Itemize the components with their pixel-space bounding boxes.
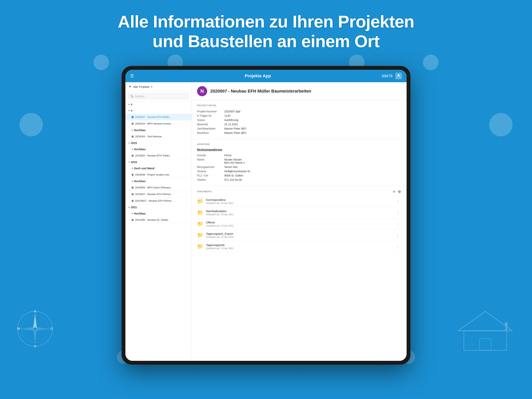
hero-line1: Alle Informationen zu Ihren Projekten	[0, 12, 532, 31]
menu-button[interactable]: ☰	[130, 73, 134, 78]
compass-icon: N S O W	[16, 309, 55, 348]
bezugsperson-value[interactable]: Simon Sen	[224, 165, 401, 169]
doc-add-button[interactable]: ⊕	[398, 189, 401, 194]
filter-label: Alle Projekte	[133, 85, 150, 89]
item-icon	[132, 116, 133, 118]
detail-row-baufuehrer: Bauführer Maurer Peter (BF)	[197, 131, 401, 135]
doc-item-tagesrapport-export[interactable]: 📁 Tagesrapport_Export Geändert am: 01 Ok…	[194, 230, 404, 241]
sidebar-item-2020007[interactable]: 2020007 - Neubau EFH Müller...	[125, 114, 191, 120]
user-avatar-button[interactable]	[395, 73, 402, 79]
svg-point-16	[398, 74, 399, 76]
deco-circle-6	[489, 113, 513, 136]
detail-row-ktraeger: K-Träger-Nr. 1120	[197, 114, 401, 118]
projekt-nummer-value[interactable]: 2020007.dqd	[224, 109, 401, 114]
sidebar-item-2015002[interactable]: 2015002 - Neubau EFH Tobler...	[125, 152, 191, 159]
svg-marker-10	[458, 311, 513, 331]
house-icon	[458, 309, 513, 352]
doc-menu-button[interactable]: ⋮	[394, 232, 401, 238]
telefon-value[interactable]: 071 224 00 00	[224, 178, 401, 182]
doc-item-offerte[interactable]: 📁 Offerte Geändert am: 15 Apr 2021 ⋮	[194, 219, 404, 230]
search-area: 🔍 Suchen...	[125, 91, 191, 101]
hero-line2: und Baustellen an einem Ort	[0, 31, 532, 51]
user-id: 99878	[382, 74, 393, 78]
strasse-value[interactable]: Heiligkreuzstrasse 41	[224, 169, 401, 174]
adressen-label: ADRESSEN	[197, 143, 401, 145]
group-header-hash1[interactable]: ▾ #	[125, 101, 191, 108]
search-placeholder: Suchen...	[135, 95, 146, 98]
plz-value[interactable]: 9008 St. Gallen	[224, 174, 401, 178]
svg-text:W: W	[17, 327, 20, 330]
hamburger-icon: ☰	[130, 73, 134, 78]
filter-chevron-icon: ▾	[151, 85, 152, 88]
sidebar-item-2020008[interactable]: 2020008 - Project location two	[125, 171, 191, 178]
item-icon	[132, 135, 133, 138]
tablet-outer: ☰ Projekte App 99878	[122, 66, 410, 364]
item-icon	[132, 187, 133, 189]
search-icon: 🔍	[130, 95, 133, 98]
addr-row-anrede: Anrede Firma	[197, 153, 401, 157]
sidebar-item-2020004[interactable]: 2020004 - Test Adresse	[125, 133, 191, 140]
doc-menu-button[interactable]: ⋮	[394, 244, 401, 250]
svg-text:O: O	[51, 327, 53, 330]
baufuehrer-value[interactable]: Maurer Peter (BF)	[224, 131, 401, 135]
sidebar-item-2019007[interactable]: 2019007 - Neubau EFH Rohner...	[125, 191, 191, 198]
doc-info: Nachkalkulation Geändert am: 15 Apr 2021	[206, 209, 392, 216]
name-value[interactable]: Muster MusterBAU AG Name 2	[224, 157, 401, 165]
sidebar-item-2019006[interactable]: 2019006 - MFH Zanni (Planaus...	[125, 184, 191, 191]
sidebar-item-2021005[interactable]: 2021005 - Neubau Dr. Oetker	[125, 217, 191, 223]
filter-bar[interactable]: ▼ Alle Projekte ▾	[125, 82, 191, 91]
filter-icon: ▼	[128, 85, 132, 89]
folder-icon: 📁	[197, 232, 203, 238]
doc-menu-button[interactable]: ⋮	[394, 221, 401, 227]
tablet-device: ☰ Projekte App 99878	[122, 66, 410, 364]
detail-panel: N 2020007 - Neubau EFH Müller Baumeister…	[192, 82, 407, 361]
subgroup-chevron: ▾	[132, 148, 133, 151]
subgroup-hochbau-1[interactable]: ▾ Hochbau	[125, 127, 191, 133]
sidebar-item-92019007[interactable]: 92019007 - Neubau EFH Rohne...	[125, 198, 191, 204]
detail-row-status: Status Ausführung	[197, 118, 401, 122]
doc-item-tagesrapporte[interactable]: 📁 Tagesrapporte Geändert am: 15 Apr 2021…	[194, 241, 404, 252]
item-icon	[132, 193, 133, 195]
svg-point-15	[505, 322, 508, 325]
doc-info: Tagesrapport_Export Geändert am: 01 Okt …	[206, 232, 392, 238]
app-body: ▼ Alle Projekte ▾ 🔍 Suchen...	[125, 82, 407, 361]
doc-menu-button[interactable]: ⋮	[394, 210, 401, 216]
doc-menu-button[interactable]: ⋮	[394, 199, 401, 204]
person-icon	[397, 74, 400, 78]
doc-item-korrespondenz[interactable]: 📁 Korrespondenz Geändert am: 15 Apr 2021…	[194, 196, 404, 207]
doc-list-view-button[interactable]: ≡	[393, 189, 395, 194]
dokumente-header: DOKUMENTE ≡ ⊕	[192, 186, 407, 196]
svg-marker-3	[33, 329, 37, 344]
group-chevron-icon: ▾	[128, 103, 130, 106]
projekt-detail-label: PROJEKT DETAIL	[197, 104, 401, 107]
group-header-2019[interactable]: ▾ 2019	[125, 159, 191, 165]
doc-header-icons: ≡ ⊕	[393, 189, 401, 194]
folder-icon: 📁	[197, 221, 203, 227]
group-header-hash2[interactable]: ▾ #	[125, 108, 191, 114]
deco-circle-5	[19, 113, 43, 136]
svg-marker-4	[35, 327, 51, 331]
status-value[interactable]: Ausführung	[224, 118, 401, 122]
item-icon	[132, 123, 133, 125]
anrede-value[interactable]: Firma	[224, 153, 401, 157]
subgroup-chevron: ▾	[132, 212, 133, 215]
doc-info: Tagesrapporte Geändert am: 15 Apr 2021	[206, 243, 392, 250]
app-title: Projekte App	[245, 73, 271, 78]
subgroup-dach-wand[interactable]: ▾ Dach und Wand	[125, 165, 191, 171]
sidebar-item-2020010[interactable]: 2020010 - MFH Neubau Auenw...	[125, 120, 191, 127]
group-chevron-icon: ▾	[128, 161, 130, 163]
doc-info: Korrespondenz Geändert am: 15 Apr 2021	[206, 198, 392, 205]
group-header-2021[interactable]: ▾ 2021	[125, 204, 191, 210]
svg-rect-12	[479, 339, 491, 350]
subgroup-hochbau-2[interactable]: ▾ Hochbau	[125, 146, 191, 152]
subgroup-hochbau-4[interactable]: ▾ Hochbau	[125, 210, 191, 217]
subgroup-hochbau-3[interactable]: ▾ Hochbau	[125, 178, 191, 184]
item-icon	[132, 200, 133, 202]
search-input-wrapper[interactable]: 🔍 Suchen...	[128, 93, 189, 99]
doc-item-nachkalkulation[interactable]: 📁 Nachkalkulation Geändert am: 15 Apr 20…	[194, 207, 404, 219]
item-icon	[132, 174, 133, 176]
sidebar-list: ▾ # ▾ # 2020007 - Neubau EFH Müller...	[125, 101, 191, 361]
group-header-2015[interactable]: ▾ 2015	[125, 140, 191, 146]
adressen-section: ADRESSEN Rechnungsadresse Anrede Firma N…	[192, 139, 407, 186]
sachbearbeiter-value[interactable]: Maurer Peter (BF)	[224, 126, 401, 131]
